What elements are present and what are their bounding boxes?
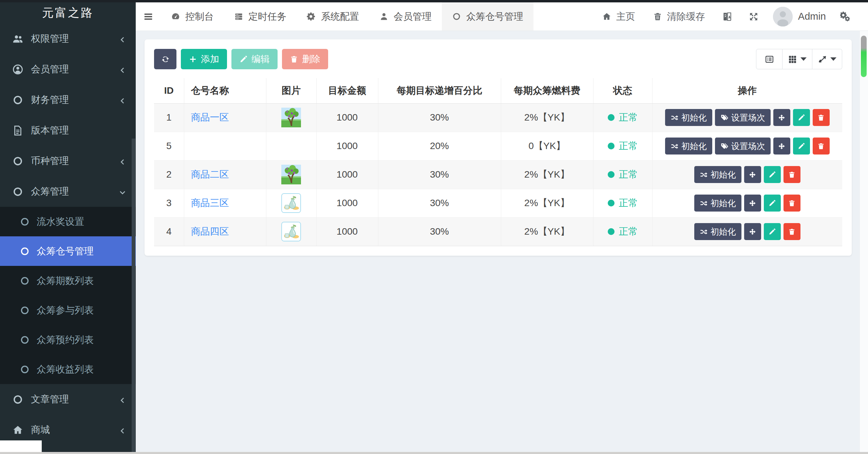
bars-icon	[143, 12, 153, 22]
column-header-ID[interactable]: ID	[154, 78, 184, 103]
warehouse-name-link[interactable]: 商品一区	[191, 112, 229, 123]
delete-row-button[interactable]	[784, 223, 800, 240]
init-button[interactable]: 初始化	[665, 109, 712, 126]
column-header-每期目标递增百分比[interactable]: 每期目标递增百分比	[378, 78, 501, 103]
edit-row-button[interactable]	[793, 138, 810, 155]
page-scrollbar-track[interactable]	[860, 31, 868, 454]
language-button[interactable]	[714, 2, 740, 31]
sidebar-item-版本管理[interactable]: 版本管理	[0, 115, 136, 146]
delete-button[interactable]: 删除	[282, 49, 328, 69]
move-button[interactable]	[773, 109, 790, 126]
set-session-button[interactable]: 设置场次	[715, 138, 771, 155]
column-header-图片[interactable]: 图片	[266, 78, 316, 103]
move-button[interactable]	[773, 138, 790, 155]
product-image[interactable]	[281, 222, 301, 241]
detail-view-button[interactable]	[756, 49, 782, 69]
sidebar-subitem-众筹期数列表[interactable]: 众筹期数列表	[0, 266, 136, 295]
export-button[interactable]	[812, 49, 842, 69]
tab-众筹仓号管理[interactable]: 众筹仓号管理	[442, 2, 533, 31]
tab-定时任务[interactable]: 定时任务	[224, 2, 297, 31]
column-header-状态[interactable]: 状态	[593, 78, 652, 103]
init-button[interactable]: 初始化	[694, 223, 741, 240]
toolbar-buttons: 添加编辑删除	[154, 49, 333, 69]
window-bottom-strip	[0, 452, 868, 454]
trash-icon	[817, 114, 825, 122]
chevron-down-icon	[119, 188, 126, 195]
init-label: 初始化	[711, 226, 736, 237]
warehouse-name-link[interactable]: 商品三区	[191, 198, 229, 208]
sidebar-scrollbar[interactable]	[132, 139, 135, 454]
warehouse-name-link[interactable]: 商品二区	[191, 169, 229, 180]
tab-系统配置[interactable]: 系统配置	[297, 2, 369, 31]
product-image[interactable]	[281, 193, 301, 213]
home-icon	[12, 424, 23, 436]
cogs-button[interactable]	[832, 2, 858, 31]
init-label: 初始化	[711, 169, 736, 180]
column-header-操作[interactable]: 操作	[652, 78, 842, 103]
tab-会员管理[interactable]: 会员管理	[369, 2, 442, 31]
move-button[interactable]	[744, 166, 761, 183]
sidebar-subitem-label: 众筹收益列表	[37, 363, 94, 376]
user-menu[interactable]: Admin	[767, 2, 832, 31]
session-label: 设置场次	[731, 112, 765, 123]
sidebar-item-会员管理[interactable]: 会员管理	[0, 54, 136, 85]
sidebar-subitem-流水奖设置[interactable]: 流水奖设置	[0, 207, 136, 236]
cell-status: 正常	[593, 217, 652, 246]
button-label: 添加	[201, 53, 219, 65]
product-image[interactable]	[281, 108, 301, 127]
edit-row-button[interactable]	[793, 109, 810, 126]
move-button[interactable]	[744, 195, 761, 212]
columns-view-button[interactable]	[782, 49, 812, 69]
edit-row-button[interactable]	[764, 223, 781, 240]
init-button[interactable]: 初始化	[694, 166, 741, 183]
sidebar-subitem-label: 众筹参与列表	[37, 304, 94, 317]
delete-row-button[interactable]	[784, 166, 800, 183]
expand-icon	[749, 12, 759, 22]
sidebar-subitem-众筹参与列表[interactable]: 众筹参与列表	[0, 295, 136, 325]
column-header-仓号名称[interactable]: 仓号名称	[184, 78, 266, 103]
sidebar-toggle-button[interactable]	[136, 2, 161, 31]
product-image[interactable]	[281, 165, 301, 184]
sidebar-subitem-label: 众筹仓号管理	[37, 245, 94, 258]
page-scrollbar-thumb[interactable]	[861, 36, 867, 77]
add-button[interactable]: 添加	[181, 49, 227, 69]
nav-link-清除缓存[interactable]: 清除缓存	[644, 2, 714, 31]
sidebar-item-币种管理[interactable]: 币种管理	[0, 146, 136, 176]
edit-button[interactable]: 编辑	[231, 49, 278, 69]
nav-link-主页[interactable]: 主页	[593, 2, 644, 31]
sidebar-item-文章管理[interactable]: 文章管理	[0, 384, 136, 415]
edit-row-button[interactable]	[764, 166, 781, 183]
arrows-icon	[749, 199, 756, 207]
nav-tabs: 控制台定时任务系统配置会员管理众筹仓号管理	[161, 2, 533, 31]
delete-row-button[interactable]	[784, 195, 800, 212]
init-button[interactable]: 初始化	[665, 138, 712, 155]
nav-link-label: 清除缓存	[667, 10, 705, 23]
sidebar-subitem-众筹仓号管理[interactable]: 众筹仓号管理	[0, 236, 136, 266]
column-header-每期众筹燃料费[interactable]: 每期众筹燃料费	[501, 78, 593, 103]
cell-target-amount: 1000	[316, 217, 378, 246]
sidebar-item-权限管理[interactable]: 权限管理	[0, 23, 136, 54]
sidebar-item-财务管理[interactable]: 财务管理	[0, 85, 136, 115]
sidebar-subitem-众筹收益列表[interactable]: 众筹收益列表	[0, 355, 136, 384]
sidebar-subitem-label: 众筹期数列表	[37, 274, 94, 287]
column-header-目标金额[interactable]: 目标金额	[316, 78, 378, 103]
pencil-icon	[768, 171, 776, 179]
delete-row-button[interactable]	[813, 109, 830, 126]
edit-row-button[interactable]	[764, 195, 781, 212]
delete-row-button[interactable]	[813, 138, 830, 155]
sidebar-item-众筹管理[interactable]: 众筹管理	[0, 176, 136, 207]
refresh-button[interactable]	[154, 49, 176, 69]
expand-button[interactable]	[740, 2, 767, 31]
status-badge: 正常	[608, 168, 638, 181]
init-button[interactable]: 初始化	[694, 195, 741, 212]
table-row: 3商品三区100030%2%【YK】正常初始化	[154, 189, 842, 217]
tab-控制台[interactable]: 控制台	[161, 2, 224, 31]
circle-o-icon	[20, 305, 30, 315]
move-button[interactable]	[744, 223, 761, 240]
set-session-button[interactable]: 设置场次	[715, 109, 771, 126]
cell-image	[266, 132, 316, 160]
sidebar-subitem-众筹预约列表[interactable]: 众筹预约列表	[0, 325, 136, 355]
tab-label: 众筹仓号管理	[466, 10, 523, 23]
random-icon	[700, 199, 707, 207]
warehouse-name-link[interactable]: 商品四区	[191, 226, 229, 237]
